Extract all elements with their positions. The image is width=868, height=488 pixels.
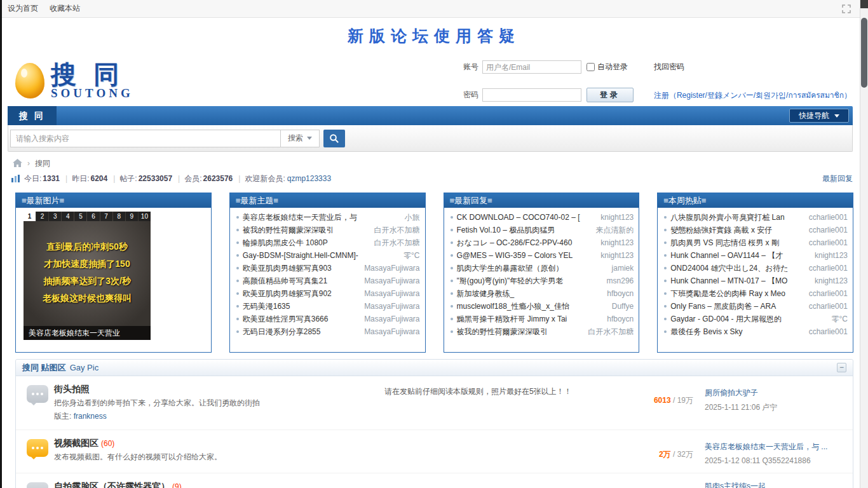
hot-author[interactable]: 零°C — [832, 314, 848, 325]
carousel-tab[interactable]: 8 — [113, 212, 125, 221]
newest-member-link[interactable]: qzmp123333 — [287, 174, 331, 183]
login-button[interactable]: 登录 — [587, 88, 634, 102]
carousel-tab[interactable]: 3 — [49, 212, 61, 221]
topic-link[interactable]: Gay-BDSM-[Straight.Hell-CMNM]- — [243, 251, 398, 260]
search-scope-select[interactable]: 搜索 — [280, 130, 320, 147]
reply-author[interactable]: hfboycn — [607, 289, 634, 298]
topic-author[interactable]: MasayaFujiwara — [364, 327, 419, 336]
hot-author[interactable]: ccharlie001 — [809, 302, 848, 311]
forum-bubble-icon-new[interactable] — [27, 439, 48, 457]
topic-link[interactable]: 欧美亚肌肉男雄躯写真902 — [243, 288, 359, 299]
reply-link[interactable]: 新加坡健身教练_ — [457, 288, 602, 299]
hot-author[interactable]: ccharlie001 — [809, 226, 848, 234]
home-icon[interactable] — [13, 159, 22, 168]
forum-link[interactable]: 视频截图区 — [54, 438, 98, 448]
reply-author[interactable]: knight123 — [600, 213, 634, 222]
lastpost-user-link[interactable]: Q3552241886 — [763, 456, 811, 465]
hot-link[interactable]: 變態粉絲強奸實錄 高載 x 安仔 — [670, 225, 803, 236]
forum-bubble-icon[interactable] — [27, 385, 48, 403]
bookmark-link[interactable]: 收藏本站 — [50, 3, 80, 14]
moderator-link[interactable]: frankness — [74, 412, 107, 421]
carousel-tab[interactable]: 4 — [62, 212, 74, 221]
page-scrollbar[interactable] — [860, 0, 868, 488]
announcement-link[interactable]: 新版论坛使用答疑 — [348, 27, 520, 44]
breadcrumb-current[interactable]: 搜同 — [35, 158, 50, 169]
reply-link[interactable]: 被我的野性荷爾蒙深深吸引 — [457, 327, 583, 337]
reply-link[interactable]: 肌肉大学生的暴露欲望（原创） — [457, 263, 607, 274]
carousel-caption[interactable]: 美容店老板娘结束一天营业 — [24, 326, 151, 340]
reply-link[interactable]: Fetish Vol.10 – 极品肌肉猛男 — [457, 225, 591, 236]
topic-link[interactable]: 高颜值精品帅哥写真集21 — [243, 276, 359, 287]
nav-tab-soutong[interactable]: 搜 同 — [8, 106, 57, 125]
carousel-tab[interactable]: 6 — [87, 212, 99, 221]
lastpost-user-link[interactable]: 卢宁 — [763, 403, 778, 412]
reply-link[interactable]: musclewolf188_性瘾小狼_x_佳怡 — [457, 301, 607, 312]
scrollbar-thumb[interactable] — [861, 18, 867, 88]
hot-link[interactable]: 下班獎勵是老公的肉棒 Ray x Meo — [670, 288, 803, 299]
lastpost-title-link[interactable]: 肌肉s主找纯s一起 — [705, 481, 848, 488]
hot-link[interactable]: Only Fans – 黑皮筋肉爸 – ARA — [670, 301, 803, 312]
carousel-tab[interactable]: 1 — [24, 212, 36, 221]
topic-author[interactable]: 白开水不加糖 — [374, 225, 420, 236]
topic-link[interactable]: 欧美亚雄性淫男写真3666 — [243, 314, 359, 325]
quick-nav-button[interactable]: 快捷导航 — [789, 109, 849, 123]
search-button[interactable] — [323, 130, 345, 147]
site-logo[interactable]: 搜 同 SOUTONG — [15, 55, 133, 106]
reply-author[interactable]: 白开水不加糖 — [588, 327, 634, 337]
topic-author[interactable]: MasayaFujiwara — [364, 315, 419, 323]
reply-link[interactable]: G@MES – WIG-359 – Colors YEL — [457, 251, 596, 260]
hot-author[interactable]: ccharlie001 — [809, 327, 848, 336]
reply-author[interactable]: Duffye — [612, 302, 634, 311]
register-link[interactable]: 注册（Register/登錄メンバー/회원가입/การสมัครสมาชิก） — [654, 89, 851, 101]
lastpost-title-link[interactable]: 厕所偷拍大驴子 — [705, 388, 848, 398]
topic-author[interactable]: MasayaFujiwara — [364, 302, 419, 311]
stats-chart-icon[interactable] — [11, 175, 20, 182]
topic-link[interactable]: 被我的野性荷爾蒙深深吸引 — [243, 225, 369, 236]
latest-reply-link[interactable]: 最新回复 — [822, 173, 853, 184]
forum-link[interactable]: 街头拍照 — [54, 384, 90, 394]
topic-author[interactable]: 零°C — [403, 250, 419, 261]
reply-author[interactable]: hfboycn — [607, 315, 634, 323]
carousel-tab[interactable]: 5 — [74, 212, 86, 221]
topic-link[interactable]: 欧美亚肌肉男雄躯写真903 — [243, 263, 359, 274]
scrollbar-up-button[interactable] — [860, 0, 868, 8]
reply-author[interactable]: jamiek — [612, 264, 634, 273]
topic-link[interactable]: 无码美漫1635 — [243, 301, 359, 312]
carousel-tab[interactable]: 10 — [139, 212, 151, 221]
reply-link[interactable]: CK DOWNLOAD – COCO740-02 – [ — [457, 213, 596, 222]
forum-link[interactable]: 自拍露脸区（不许露性器官） — [54, 481, 170, 488]
reply-link[interactable]: おなコレ – OC-286/FC2-PPV-460 — [457, 238, 596, 248]
hot-link[interactable]: Hunk Channel – MTN-017 – 【MO — [670, 276, 810, 287]
topic-author[interactable]: 白开水不加糖 — [374, 238, 420, 248]
topic-author[interactable]: 小旅 — [405, 212, 420, 223]
reply-link[interactable]: "掰(gou)弯(yin)"年轻的大学男老 — [457, 276, 602, 287]
reply-author[interactable]: knight123 — [600, 238, 634, 247]
hot-author[interactable]: ccharlie001 — [809, 238, 848, 247]
hot-author[interactable]: ccharlie001 — [809, 213, 848, 222]
hot-link[interactable]: 最後任务 Bevis x Sky — [670, 327, 803, 337]
forgot-password-link[interactable]: 找回密码 — [654, 62, 684, 72]
set-home-link[interactable]: 设为首页 — [8, 3, 38, 14]
hot-link[interactable]: Gaydar - GD-004 - 用大屌報恩的 — [670, 314, 826, 325]
search-input[interactable] — [10, 130, 280, 147]
topic-link[interactable]: 輪操肌肉黑皮公牛 1080P — [243, 238, 369, 248]
hot-link[interactable]: OND24004 雄穴中出し24、お待た — [670, 263, 803, 274]
topic-link[interactable]: 无码日漫系列分享2855 — [243, 327, 359, 337]
section-title[interactable]: 搜同 贴图区 — [22, 362, 66, 374]
reply-author[interactable]: msn296 — [607, 276, 634, 285]
hot-author[interactable]: ccharlie001 — [809, 289, 848, 298]
account-input[interactable] — [482, 60, 581, 74]
hot-author[interactable]: knight123 — [815, 251, 848, 260]
carousel-tab[interactable]: 2 — [36, 212, 48, 221]
hot-link[interactable]: 八块腹肌與外賣小哥臭寶打桩 Lan — [670, 212, 803, 223]
carousel-tab[interactable]: 7 — [100, 212, 112, 221]
hot-author[interactable]: knight123 — [815, 276, 848, 285]
hot-link[interactable]: 肌肉異男 VS 同志情侣 桜男 x 剛 — [670, 238, 803, 248]
forum-bubble-icon[interactable] — [27, 482, 48, 488]
reply-author[interactable]: 来点清新的 — [595, 225, 634, 236]
section-collapse-button[interactable]: − — [837, 363, 846, 372]
collapse-page-icon[interactable] — [841, 4, 851, 14]
hot-link[interactable]: Hunk Channel – OAV1144 – 【才 — [670, 250, 810, 261]
topic-link[interactable]: 美容店老板娘结束一天营业后，与 — [243, 212, 400, 223]
topic-author[interactable]: MasayaFujiwara — [364, 289, 419, 298]
